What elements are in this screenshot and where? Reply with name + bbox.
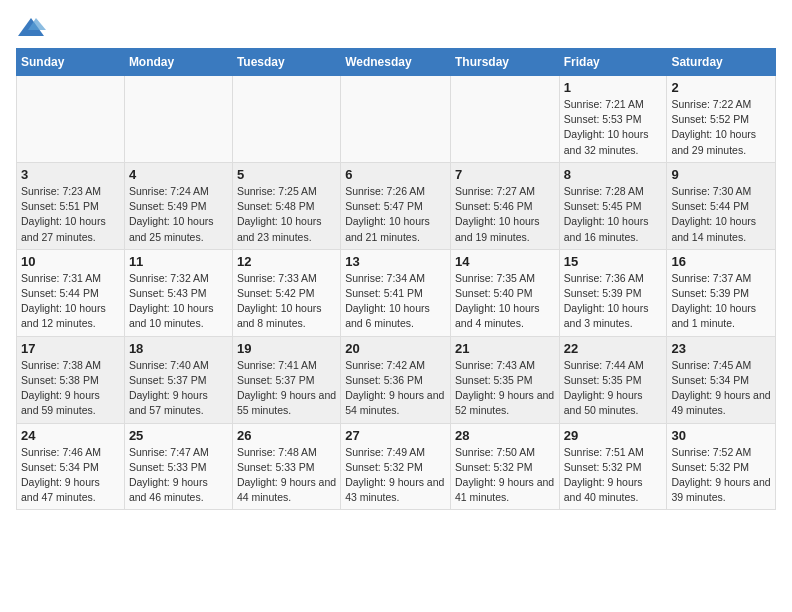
calendar-cell (17, 76, 125, 163)
day-info: Sunrise: 7:32 AM Sunset: 5:43 PM Dayligh… (129, 271, 228, 332)
header (16, 16, 776, 40)
day-number: 2 (671, 80, 771, 95)
logo-icon (16, 16, 46, 40)
day-number: 24 (21, 428, 120, 443)
calendar-cell: 5Sunrise: 7:25 AM Sunset: 5:48 PM Daylig… (232, 162, 340, 249)
calendar-cell: 27Sunrise: 7:49 AM Sunset: 5:32 PM Dayli… (341, 423, 451, 510)
calendar-cell (232, 76, 340, 163)
day-info: Sunrise: 7:50 AM Sunset: 5:32 PM Dayligh… (455, 445, 555, 506)
calendar-cell: 9Sunrise: 7:30 AM Sunset: 5:44 PM Daylig… (667, 162, 776, 249)
weekday-header-sunday: Sunday (17, 49, 125, 76)
weekday-header-tuesday: Tuesday (232, 49, 340, 76)
calendar-cell: 16Sunrise: 7:37 AM Sunset: 5:39 PM Dayli… (667, 249, 776, 336)
day-number: 3 (21, 167, 120, 182)
day-info: Sunrise: 7:43 AM Sunset: 5:35 PM Dayligh… (455, 358, 555, 419)
calendar-cell: 18Sunrise: 7:40 AM Sunset: 5:37 PM Dayli… (124, 336, 232, 423)
calendar-cell (450, 76, 559, 163)
calendar-cell: 15Sunrise: 7:36 AM Sunset: 5:39 PM Dayli… (559, 249, 667, 336)
calendar-cell: 13Sunrise: 7:34 AM Sunset: 5:41 PM Dayli… (341, 249, 451, 336)
day-number: 12 (237, 254, 336, 269)
calendar-cell: 25Sunrise: 7:47 AM Sunset: 5:33 PM Dayli… (124, 423, 232, 510)
calendar-cell: 10Sunrise: 7:31 AM Sunset: 5:44 PM Dayli… (17, 249, 125, 336)
day-number: 16 (671, 254, 771, 269)
weekday-header-wednesday: Wednesday (341, 49, 451, 76)
day-info: Sunrise: 7:21 AM Sunset: 5:53 PM Dayligh… (564, 97, 663, 158)
calendar-week-2: 3Sunrise: 7:23 AM Sunset: 5:51 PM Daylig… (17, 162, 776, 249)
day-info: Sunrise: 7:38 AM Sunset: 5:38 PM Dayligh… (21, 358, 120, 419)
day-number: 17 (21, 341, 120, 356)
day-number: 15 (564, 254, 663, 269)
day-info: Sunrise: 7:26 AM Sunset: 5:47 PM Dayligh… (345, 184, 446, 245)
day-number: 21 (455, 341, 555, 356)
day-info: Sunrise: 7:34 AM Sunset: 5:41 PM Dayligh… (345, 271, 446, 332)
calendar-cell: 1Sunrise: 7:21 AM Sunset: 5:53 PM Daylig… (559, 76, 667, 163)
day-info: Sunrise: 7:52 AM Sunset: 5:32 PM Dayligh… (671, 445, 771, 506)
calendar-cell: 12Sunrise: 7:33 AM Sunset: 5:42 PM Dayli… (232, 249, 340, 336)
calendar-cell: 3Sunrise: 7:23 AM Sunset: 5:51 PM Daylig… (17, 162, 125, 249)
calendar-table: SundayMondayTuesdayWednesdayThursdayFrid… (16, 48, 776, 510)
calendar-cell: 19Sunrise: 7:41 AM Sunset: 5:37 PM Dayli… (232, 336, 340, 423)
day-number: 27 (345, 428, 446, 443)
calendar-cell: 2Sunrise: 7:22 AM Sunset: 5:52 PM Daylig… (667, 76, 776, 163)
day-number: 18 (129, 341, 228, 356)
day-number: 28 (455, 428, 555, 443)
calendar-week-4: 17Sunrise: 7:38 AM Sunset: 5:38 PM Dayli… (17, 336, 776, 423)
day-info: Sunrise: 7:31 AM Sunset: 5:44 PM Dayligh… (21, 271, 120, 332)
day-number: 8 (564, 167, 663, 182)
day-number: 5 (237, 167, 336, 182)
day-info: Sunrise: 7:33 AM Sunset: 5:42 PM Dayligh… (237, 271, 336, 332)
day-number: 11 (129, 254, 228, 269)
calendar-week-1: 1Sunrise: 7:21 AM Sunset: 5:53 PM Daylig… (17, 76, 776, 163)
day-info: Sunrise: 7:35 AM Sunset: 5:40 PM Dayligh… (455, 271, 555, 332)
day-info: Sunrise: 7:45 AM Sunset: 5:34 PM Dayligh… (671, 358, 771, 419)
day-info: Sunrise: 7:22 AM Sunset: 5:52 PM Dayligh… (671, 97, 771, 158)
day-number: 20 (345, 341, 446, 356)
day-info: Sunrise: 7:23 AM Sunset: 5:51 PM Dayligh… (21, 184, 120, 245)
day-number: 23 (671, 341, 771, 356)
calendar-cell: 28Sunrise: 7:50 AM Sunset: 5:32 PM Dayli… (450, 423, 559, 510)
day-number: 13 (345, 254, 446, 269)
calendar-cell: 26Sunrise: 7:48 AM Sunset: 5:33 PM Dayli… (232, 423, 340, 510)
day-number: 10 (21, 254, 120, 269)
calendar-cell: 20Sunrise: 7:42 AM Sunset: 5:36 PM Dayli… (341, 336, 451, 423)
day-info: Sunrise: 7:49 AM Sunset: 5:32 PM Dayligh… (345, 445, 446, 506)
day-info: Sunrise: 7:51 AM Sunset: 5:32 PM Dayligh… (564, 445, 663, 506)
weekday-header-row: SundayMondayTuesdayWednesdayThursdayFrid… (17, 49, 776, 76)
calendar-cell: 11Sunrise: 7:32 AM Sunset: 5:43 PM Dayli… (124, 249, 232, 336)
day-number: 14 (455, 254, 555, 269)
day-info: Sunrise: 7:37 AM Sunset: 5:39 PM Dayligh… (671, 271, 771, 332)
day-number: 6 (345, 167, 446, 182)
day-info: Sunrise: 7:46 AM Sunset: 5:34 PM Dayligh… (21, 445, 120, 506)
day-info: Sunrise: 7:44 AM Sunset: 5:35 PM Dayligh… (564, 358, 663, 419)
calendar-cell: 14Sunrise: 7:35 AM Sunset: 5:40 PM Dayli… (450, 249, 559, 336)
calendar-cell: 17Sunrise: 7:38 AM Sunset: 5:38 PM Dayli… (17, 336, 125, 423)
day-info: Sunrise: 7:36 AM Sunset: 5:39 PM Dayligh… (564, 271, 663, 332)
weekday-header-monday: Monday (124, 49, 232, 76)
day-number: 1 (564, 80, 663, 95)
day-number: 26 (237, 428, 336, 443)
day-info: Sunrise: 7:47 AM Sunset: 5:33 PM Dayligh… (129, 445, 228, 506)
weekday-header-thursday: Thursday (450, 49, 559, 76)
day-number: 4 (129, 167, 228, 182)
calendar-cell: 8Sunrise: 7:28 AM Sunset: 5:45 PM Daylig… (559, 162, 667, 249)
calendar-cell: 7Sunrise: 7:27 AM Sunset: 5:46 PM Daylig… (450, 162, 559, 249)
day-number: 7 (455, 167, 555, 182)
calendar-week-5: 24Sunrise: 7:46 AM Sunset: 5:34 PM Dayli… (17, 423, 776, 510)
calendar-cell (124, 76, 232, 163)
day-number: 19 (237, 341, 336, 356)
calendar-cell (341, 76, 451, 163)
day-number: 9 (671, 167, 771, 182)
calendar-cell: 22Sunrise: 7:44 AM Sunset: 5:35 PM Dayli… (559, 336, 667, 423)
day-info: Sunrise: 7:27 AM Sunset: 5:46 PM Dayligh… (455, 184, 555, 245)
calendar-cell: 23Sunrise: 7:45 AM Sunset: 5:34 PM Dayli… (667, 336, 776, 423)
day-number: 30 (671, 428, 771, 443)
calendar-cell: 4Sunrise: 7:24 AM Sunset: 5:49 PM Daylig… (124, 162, 232, 249)
day-number: 22 (564, 341, 663, 356)
day-info: Sunrise: 7:41 AM Sunset: 5:37 PM Dayligh… (237, 358, 336, 419)
calendar-cell: 30Sunrise: 7:52 AM Sunset: 5:32 PM Dayli… (667, 423, 776, 510)
calendar-cell: 24Sunrise: 7:46 AM Sunset: 5:34 PM Dayli… (17, 423, 125, 510)
weekday-header-friday: Friday (559, 49, 667, 76)
calendar-cell: 21Sunrise: 7:43 AM Sunset: 5:35 PM Dayli… (450, 336, 559, 423)
day-info: Sunrise: 7:25 AM Sunset: 5:48 PM Dayligh… (237, 184, 336, 245)
logo (16, 16, 50, 40)
